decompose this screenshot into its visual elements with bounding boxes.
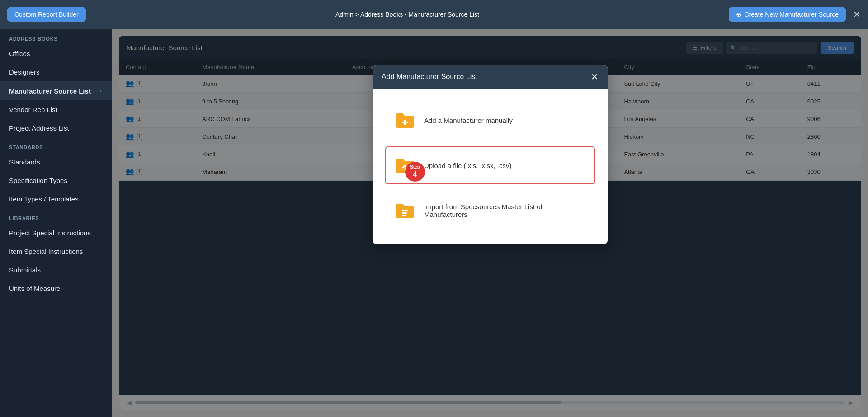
sidebar-item-label-vendor-rep-list: Vendor Rep List [9, 106, 57, 113]
sidebar-item-label-submittals: Submittals [9, 266, 41, 274]
modal-option-label-import-specsources: Import from Specsources Master List of M… [424, 203, 587, 218]
modal-close-button[interactable]: ✕ [591, 72, 599, 81]
sidebar-section-address-books: ADDRESS BOOKS [0, 29, 112, 44]
modal-option-icon-add-manually [393, 108, 417, 132]
sidebar-item-label-units-of-measure: Units of Measure [9, 285, 60, 292]
sidebar-item-specification-types[interactable]: Specification Types [0, 171, 112, 190]
create-button-label: Create New Manufacturer Source [744, 11, 839, 18]
sidebar-item-project-address-list[interactable]: Project Address List [0, 119, 112, 137]
svg-rect-1 [402, 122, 408, 123]
breadcrumb-page: Address Books - Manufacturer Source List [360, 11, 479, 18]
modal-title: Add Manufacturer Source List [382, 73, 477, 81]
modal-body: Add a Manufacturer manually Step4Upload … [373, 89, 608, 244]
modal-option-label-add-manually: Add a Manufacturer manually [424, 117, 513, 124]
sidebar-item-item-special-instructions[interactable]: Item Special Instructions [0, 242, 112, 261]
sidebar: ADDRESS BOOKSOfficesDesignersManufacture… [0, 29, 112, 417]
add-manufacturer-modal: Add Manufacturer Source List ✕ Add a Man… [373, 65, 608, 244]
svg-rect-4 [402, 215, 406, 216]
top-right-actions: ⊕ Create New Manufacturer Source ✕ [729, 7, 861, 22]
sidebar-section-libraries: LIBRARIES [0, 208, 112, 224]
main-layout: ADDRESS BOOKSOfficesDesignersManufacture… [0, 29, 868, 417]
sidebar-item-label-designers: Designers [9, 68, 40, 76]
sidebar-item-label-project-special-instructions: Project Special Instructions [9, 229, 91, 237]
content-area: Manufacturer Source List ☰ Filters Searc… [112, 29, 868, 417]
modal-option-icon-upload-file: Step4 [393, 154, 417, 177]
top-bar: Custom Report Builder Admin > Address Bo… [0, 0, 868, 29]
sidebar-item-label-item-special-instructions: Item Special Instructions [9, 248, 83, 255]
sidebar-item-label-standards: Standards [9, 158, 40, 166]
modal-option-upload-file[interactable]: Step4Upload a file (.xls, .xlsx, .csv) [385, 146, 595, 184]
breadcrumb-admin: Admin [335, 11, 354, 18]
sidebar-item-label-offices: Offices [9, 50, 30, 57]
sidebar-item-designers[interactable]: Designers [0, 63, 112, 81]
top-close-button[interactable]: ✕ [853, 9, 861, 20]
create-new-manufacturer-button[interactable]: ⊕ Create New Manufacturer Source [729, 7, 846, 22]
modal-option-import-specsources[interactable]: Import from Specsources Master List of M… [385, 192, 595, 230]
sidebar-item-arrow-manufacturer-source-list: → [96, 87, 103, 95]
svg-rect-2 [402, 210, 408, 211]
svg-rect-3 [402, 212, 407, 214]
plus-circle-icon: ⊕ [736, 11, 741, 18]
sidebar-item-vendor-rep-list[interactable]: Vendor Rep List [0, 100, 112, 119]
sidebar-item-standards[interactable]: Standards [0, 153, 112, 171]
sidebar-item-units-of-measure[interactable]: Units of Measure [0, 279, 112, 298]
step-number: 4 [413, 170, 417, 178]
step-label: Step [410, 164, 420, 170]
modal-option-label-upload-file: Upload a file (.xls, .xlsx, .csv) [424, 162, 511, 169]
modal-overlay[interactable]: Add Manufacturer Source List ✕ Add a Man… [112, 29, 868, 417]
modal-option-icon-import-specsources [393, 199, 417, 222]
custom-report-button[interactable]: Custom Report Builder [7, 7, 86, 22]
step-badge: Step4 [405, 162, 425, 182]
sidebar-item-manufacturer-source-list[interactable]: Manufacturer Source List→ [0, 81, 112, 100]
sidebar-item-offices[interactable]: Offices [0, 44, 112, 63]
sidebar-item-label-manufacturer-source-list: Manufacturer Source List [9, 87, 91, 95]
sidebar-item-label-item-types-templates: Item Types / Templates [9, 195, 79, 203]
sidebar-item-label-project-address-list: Project Address List [9, 124, 69, 132]
sidebar-item-submittals[interactable]: Submittals [0, 261, 112, 279]
modal-header: Add Manufacturer Source List ✕ [373, 65, 608, 89]
breadcrumb-separator: > [354, 11, 360, 18]
sidebar-item-label-specification-types: Specification Types [9, 177, 67, 184]
sidebar-item-project-special-instructions[interactable]: Project Special Instructions [0, 224, 112, 242]
breadcrumb: Admin > Address Books - Manufacturer Sou… [335, 11, 479, 18]
modal-option-add-manually[interactable]: Add a Manufacturer manually [385, 101, 595, 139]
sidebar-item-item-types-templates[interactable]: Item Types / Templates [0, 190, 112, 208]
sidebar-section-standards: STANDARDS [0, 137, 112, 153]
